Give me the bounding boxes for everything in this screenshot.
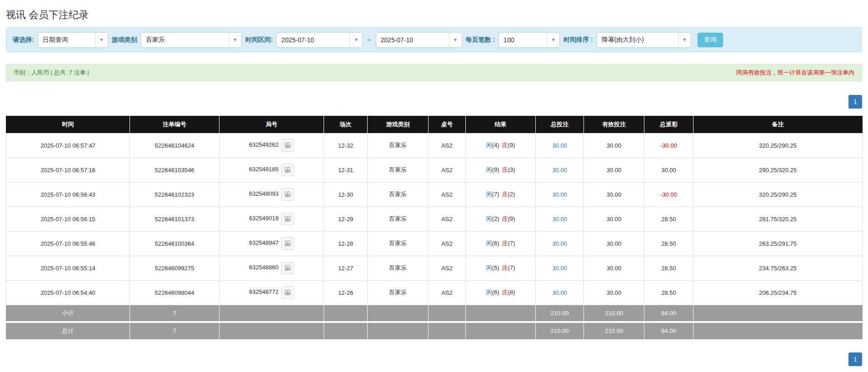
- video-replay-icon[interactable]: [281, 262, 294, 274]
- table-row: 2025-07-10 06:56:43 522646102323 6325490…: [6, 182, 863, 207]
- grand-total-label: 总计: [6, 322, 130, 339]
- round-id-value: 632549019: [249, 215, 279, 222]
- cell-table-no: AS2: [429, 182, 466, 207]
- query-type-value: 日期查询: [38, 33, 95, 47]
- video-replay-icon[interactable]: [281, 188, 294, 201]
- time-sort-select[interactable]: 降幂(由大到小) ▼: [597, 32, 691, 48]
- result-banker-score: (7): [508, 240, 515, 247]
- caret-down-icon[interactable]: ▼: [95, 33, 108, 47]
- col-header-time: 时间: [6, 116, 130, 133]
- video-replay-icon[interactable]: [281, 164, 294, 176]
- result-player-score: (6): [492, 240, 499, 247]
- cell-result: 闲(5)庄(7): [466, 256, 536, 280]
- cell-time: 2025-07-10 06:57:16: [6, 158, 130, 182]
- cell-total-bet[interactable]: 30.00: [536, 256, 584, 280]
- search-button[interactable]: 查询: [698, 33, 723, 47]
- cell-remark: 291.75/320.25: [693, 207, 863, 231]
- cell-total-bet[interactable]: 30.00: [536, 182, 584, 207]
- result-player-score: (6): [492, 289, 499, 296]
- cell-valid-bet: 30.00: [584, 207, 644, 231]
- subtotal-total-bet: 210.00: [536, 305, 584, 322]
- caret-down-icon[interactable]: ▼: [229, 33, 241, 47]
- cell-total-bet[interactable]: 30.00: [536, 280, 584, 305]
- result-banker-label: 庄: [502, 191, 508, 198]
- game-category-select[interactable]: 百家乐 ▼: [141, 32, 242, 48]
- cell-valid-bet: 30.00: [584, 158, 644, 182]
- time-range-label: 时间区间:: [245, 36, 273, 44]
- col-header-valid-bet: 有效投注: [584, 116, 644, 133]
- cell-total-bet[interactable]: 30.00: [536, 207, 584, 231]
- page-size-select[interactable]: 100 ▼: [499, 32, 560, 48]
- query-type-label: 请选择:: [13, 36, 34, 44]
- round-id-value: 632549185: [249, 166, 279, 173]
- cell-table-no: AS2: [429, 158, 466, 182]
- cell-remark: 290.25/320.25: [693, 158, 863, 182]
- col-header-bet-id: 注单编号: [130, 116, 219, 133]
- table-row: 2025-07-10 06:57:47 522646104624 6325492…: [6, 133, 863, 158]
- video-replay-icon[interactable]: [281, 139, 294, 152]
- cell-game: 百家乐: [368, 133, 429, 158]
- cell-round-id: 632549262: [219, 133, 324, 158]
- cell-game: 百家乐: [368, 207, 429, 231]
- round-id-value: 632548772: [249, 288, 279, 295]
- cell-total-bet[interactable]: 30.00: [536, 133, 584, 158]
- table-body: 2025-07-10 06:57:47 522646104624 6325492…: [6, 133, 863, 305]
- cell-total-bet[interactable]: 30.00: [536, 231, 584, 256]
- table-row: 2025-07-10 06:57:16 522646103546 6325491…: [6, 158, 863, 182]
- cell-session: 12-28: [324, 231, 368, 256]
- grand-total-row: 总计 7 210.00 210.00 84.00: [6, 322, 863, 339]
- table-row: 2025-07-10 06:55:46 522646100364 6325489…: [6, 231, 863, 256]
- round-id-value: 632549262: [249, 141, 279, 148]
- cell-time: 2025-07-10 06:57:47: [6, 133, 130, 158]
- cell-result: 闲(2)庄(9): [466, 207, 536, 231]
- cell-session: 12-29: [324, 207, 368, 231]
- cell-payout: 28.50: [644, 280, 693, 305]
- cell-valid-bet: 30.00: [584, 231, 644, 256]
- cell-payout: 28.50: [644, 231, 693, 256]
- grand-total-total-bet: 210.00: [536, 322, 584, 339]
- result-player-label: 闲: [486, 264, 492, 271]
- result-banker-label: 庄: [502, 166, 508, 173]
- date-to-select[interactable]: 2025-07-10 ▼: [376, 32, 462, 48]
- col-header-remark: 备注: [693, 116, 863, 133]
- cell-valid-bet: 30.00: [584, 133, 644, 158]
- bet-records-table: 时间 注单编号 局号 场次 游戏类别 桌号 结果 总投注 有效投注 总派彩 备注…: [6, 116, 863, 340]
- caret-down-icon[interactable]: ▼: [349, 33, 362, 47]
- video-replay-icon[interactable]: [281, 213, 294, 225]
- game-category-label: 游戏类别: [112, 36, 137, 44]
- round-id-value: 632548947: [249, 239, 279, 246]
- col-header-table-no: 桌号: [429, 116, 466, 133]
- query-type-select[interactable]: 日期查询 ▼: [38, 32, 108, 48]
- cell-bet-id: 522646098044: [130, 280, 219, 305]
- summary-bar: 币别：人民币 | 总共 :7 注单 | 同局有效投注，统一计算在该局第一张注单内: [6, 64, 862, 81]
- result-player-label: 闲: [486, 289, 492, 296]
- result-player-score: (2): [492, 215, 499, 222]
- cell-table-no: AS2: [429, 133, 466, 158]
- video-replay-icon[interactable]: [281, 286, 294, 299]
- video-replay-icon[interactable]: [281, 237, 294, 250]
- cell-table-no: AS2: [429, 207, 466, 231]
- time-sort-value: 降幂(由大到小): [597, 33, 678, 47]
- subtotal-count: 7: [130, 305, 219, 322]
- page-1-button[interactable]: 1: [848, 95, 862, 109]
- grand-total-count: 7: [130, 322, 219, 339]
- caret-down-icon[interactable]: ▼: [449, 33, 462, 47]
- result-player-label: 闲: [486, 240, 492, 247]
- date-from-select[interactable]: 2025-07-10 ▼: [276, 32, 363, 48]
- cell-time: 2025-07-10 06:54:40: [6, 280, 130, 305]
- cell-total-bet[interactable]: 30.00: [536, 158, 584, 182]
- cell-remark: 320.25/290.25: [693, 133, 863, 158]
- caret-down-icon[interactable]: ▼: [678, 33, 691, 47]
- result-player-label: 闲: [486, 191, 492, 198]
- cell-session: 12-31: [324, 158, 368, 182]
- page-1-button[interactable]: 1: [848, 352, 862, 366]
- cell-round-id: 632549093: [219, 182, 324, 207]
- result-banker-score: (9): [508, 215, 515, 222]
- date-from-value: 2025-07-10: [277, 33, 349, 47]
- caret-down-icon[interactable]: ▼: [547, 33, 559, 47]
- table-header-row: 时间 注单编号 局号 场次 游戏类别 桌号 结果 总投注 有效投注 总派彩 备注: [6, 116, 863, 133]
- cell-session: 12-32: [324, 133, 368, 158]
- cell-valid-bet: 30.00: [584, 256, 644, 280]
- result-banker-score: (8): [508, 289, 515, 296]
- cell-remark: 206.25/234.75: [693, 280, 863, 305]
